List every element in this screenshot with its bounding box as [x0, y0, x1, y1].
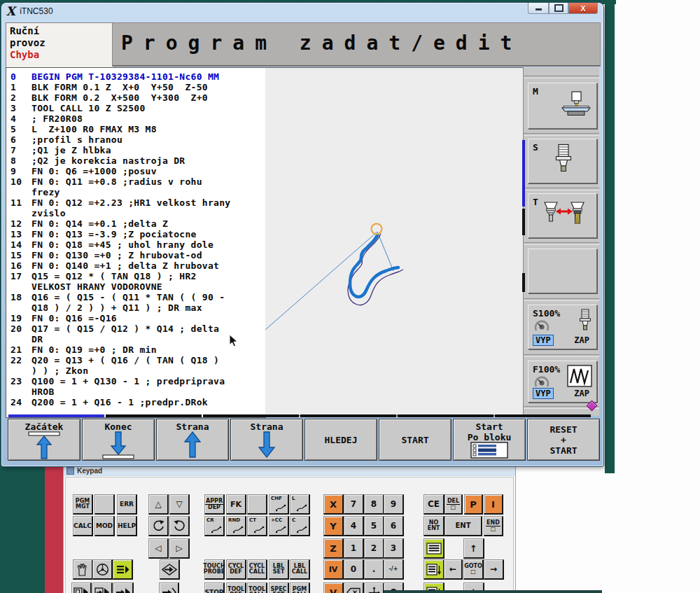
p-key[interactable]: P	[464, 494, 483, 515]
pgm-test-mode-key[interactable]	[71, 582, 92, 593]
mode-line-2: provoz	[10, 37, 115, 49]
screen-layout-key[interactable]	[424, 538, 444, 559]
digit-7-key[interactable]: 7	[344, 494, 364, 515]
down-triangle-key[interactable]: ▽	[169, 494, 190, 515]
plus-minus-key[interactable]: -/+	[384, 559, 404, 580]
cycl-call-key[interactable]: CYCLCALL	[247, 559, 267, 580]
cr-key[interactable]: CR	[204, 516, 225, 536]
tool-def-key[interactable]: TOOLDEF	[226, 582, 246, 593]
spindle-status-box[interactable]: S	[528, 139, 597, 183]
arrow-down-bar-icon	[101, 431, 136, 459]
keypad-titlebar[interactable]: Keypad	[64, 466, 515, 476]
softkey-page-down[interactable]: Strana	[230, 419, 303, 461]
pgm-run-single-key[interactable]	[113, 582, 134, 593]
calc-key[interactable]: CALC	[73, 516, 93, 536]
machine-status-box[interactable]: M	[528, 83, 597, 129]
spec-fct-key[interactable]: SPECFCT	[269, 582, 289, 593]
digit-3-key[interactable]: 3	[384, 538, 404, 559]
up-triangle-key[interactable]: △	[148, 494, 169, 515]
fk-key[interactable]: FK	[226, 494, 246, 515]
i-key[interactable]: I	[484, 494, 503, 515]
softkey-begin[interactable]: Začátek	[8, 419, 80, 461]
feed-off-badge[interactable]: VYP	[533, 388, 554, 399]
titlebar[interactable]: X iTNC530 X	[1, 3, 603, 20]
axis-v-key[interactable]: V	[323, 582, 344, 593]
pgm-call-key[interactable]: PGMCALL	[290, 582, 310, 593]
screen-split-key[interactable]	[424, 559, 444, 580]
x-axis-key[interactable]: X	[323, 494, 344, 515]
err-key[interactable]: ERR	[117, 494, 137, 515]
arrow-left-key[interactable]: ←	[444, 559, 463, 580]
smartnc-key[interactable]	[160, 559, 180, 580]
goto-key[interactable]: GOTO□	[463, 559, 484, 580]
chf-key[interactable]: CHF	[269, 494, 289, 515]
actual-position-key[interactable]	[364, 582, 384, 593]
ent-key[interactable]: ENT	[444, 516, 482, 536]
cycl-def-key[interactable]: CYCLDEF	[226, 559, 246, 580]
del-key[interactable]: DEL□	[444, 494, 463, 515]
end-key[interactable]: END□	[484, 516, 503, 536]
pgm-run-full-key[interactable]	[92, 582, 113, 593]
arrow-right-key[interactable]: →	[484, 559, 504, 580]
ce-key[interactable]: CE	[424, 494, 444, 515]
rotate-cw-key[interactable]	[148, 516, 169, 536]
decimal-point-key[interactable]: .	[364, 559, 384, 580]
blank-key[interactable]	[247, 494, 267, 515]
c-key[interactable]: C	[290, 516, 310, 536]
digit-6-key[interactable]: 6	[384, 516, 404, 536]
left-triangle-key[interactable]: ◁	[148, 538, 169, 559]
ct-key[interactable]: CT	[247, 516, 267, 536]
mod-key[interactable]: MOD	[94, 516, 115, 536]
cc-key[interactable]: +CC	[269, 516, 289, 536]
handwheel-mode-key[interactable]	[92, 559, 113, 580]
z-axis-key[interactable]: Z	[323, 538, 344, 559]
tool-status-box[interactable]: T	[528, 193, 597, 238]
pgm-mgt-key[interactable]: PGMMGT	[73, 494, 93, 515]
rotate-ccw-key[interactable]	[169, 516, 190, 536]
spindle-on-label[interactable]: ZAP	[574, 335, 589, 345]
minimize-button[interactable]	[528, 3, 549, 14]
softkey-start-single-block[interactable]: StartPo bloku	[453, 419, 526, 461]
manual-mode-key[interactable]	[73, 559, 93, 580]
softkey-indicator-bar	[106, 414, 202, 417]
digit-9-key[interactable]: 9	[384, 494, 404, 515]
arrow-up-key[interactable]: ↑	[463, 538, 484, 559]
axis-iv-key[interactable]: IV	[323, 559, 344, 580]
blank-key[interactable]	[94, 494, 115, 515]
softkey-reset-start[interactable]: RESET+START	[527, 419, 600, 461]
digit-0-key[interactable]: 0	[344, 559, 364, 580]
y-axis-key[interactable]: Y	[323, 516, 344, 536]
no-ent-key[interactable]: NOENT	[424, 516, 444, 536]
softkey-start[interactable]: START	[379, 419, 451, 461]
digit-4-key[interactable]: 4	[344, 516, 364, 536]
stop-key[interactable]: STOP	[204, 582, 225, 593]
backspace-key[interactable]	[344, 582, 364, 593]
digit-5-key[interactable]: 5	[364, 516, 384, 536]
spindle-override-box[interactable]: S100% VYP ZAP	[528, 305, 597, 349]
softkey-page-up[interactable]: Strana	[156, 419, 229, 461]
close-button[interactable]: X	[568, 3, 598, 14]
mdi-mode-key[interactable]	[113, 559, 133, 580]
line-key[interactable]: L	[290, 494, 310, 515]
spindle-small-icon	[578, 309, 592, 335]
touch-probe-key[interactable]: TOUCHPROBE	[204, 559, 225, 580]
spindle-off-badge[interactable]: VYP	[533, 335, 554, 346]
help-key[interactable]: HELP	[117, 516, 137, 536]
softkey-find[interactable]: HLEDEJ	[304, 419, 377, 461]
rnd-key[interactable]: RND	[226, 516, 246, 536]
appr-dep-key[interactable]: APPRDEP	[204, 494, 225, 515]
feed-override-box[interactable]: F100% VYP ZAP	[528, 361, 597, 403]
tool-call-key[interactable]: TOOLCALL	[247, 582, 267, 593]
digit-2-key[interactable]: 2	[364, 538, 384, 559]
program-line: 2BLK FORM 0.2 X+500 Y+300 Z+0	[6, 92, 265, 103]
program-listing[interactable]: 0BEGIN PGM T-10329384-1101-Nc60 MM1BLK F…	[6, 67, 266, 418]
right-triangle-key[interactable]: ▷	[169, 538, 190, 559]
maximize-button[interactable]	[549, 3, 568, 14]
positioning-mdi-key[interactable]	[159, 582, 179, 593]
feed-on-label[interactable]: ZAP	[574, 389, 589, 398]
softkey-end[interactable]: Konec	[82, 419, 155, 461]
digit-1-key[interactable]: 1	[344, 538, 364, 559]
digit-8-key[interactable]: 8	[364, 494, 384, 515]
lbl-call-key[interactable]: LBLCALL	[290, 559, 310, 580]
lbl-set-key[interactable]: LBLSET	[269, 559, 289, 580]
